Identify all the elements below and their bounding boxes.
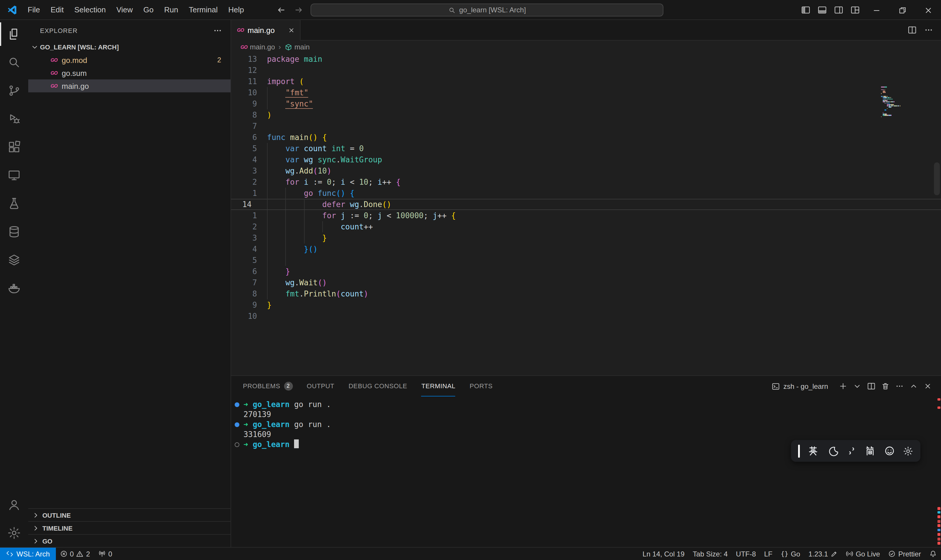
split-editor-button[interactable] (864, 380, 878, 393)
ime-punctuation-toggle[interactable] (846, 445, 857, 457)
activity-accounts[interactable] (0, 491, 28, 519)
ime-emoji[interactable] (884, 445, 895, 457)
panel-tab-output[interactable]: OUTPUT (307, 376, 334, 397)
activity-remote-explorer[interactable] (0, 161, 28, 189)
menu-run[interactable]: Run (159, 0, 183, 20)
activity-database[interactable] (0, 218, 28, 246)
panel-tab-terminal[interactable]: TERMINAL (421, 376, 455, 397)
layout-right-button[interactable] (830, 0, 847, 20)
command-center[interactable]: go_learn [WSL: Arch] (311, 3, 663, 17)
file-go.sum[interactable]: GOgo.sum (28, 66, 231, 79)
section-outline[interactable]: OUTLINE (28, 508, 231, 521)
tab-close-icon[interactable] (288, 26, 295, 34)
layout-left-button[interactable] (798, 0, 814, 20)
ellipsis-button[interactable] (921, 22, 936, 38)
menu-help[interactable]: Help (223, 0, 249, 20)
terminal-content[interactable]: ➜ go_learn go run .270139➜ go_learn go r… (231, 397, 941, 547)
section-go[interactable]: GO (28, 534, 231, 547)
code-line[interactable]: 8) (231, 109, 941, 121)
explorer-more-actions-icon[interactable] (213, 26, 222, 35)
layout-grid-button[interactable] (847, 0, 863, 20)
explorer-section-header[interactable]: GO_LEARN [WSL: ARCH] (28, 41, 231, 54)
menu-terminal[interactable]: Terminal (183, 0, 223, 20)
code-line[interactable]: 1 go func() { (231, 188, 941, 199)
nav-forward-button[interactable] (294, 5, 303, 15)
minimap[interactable] (881, 86, 933, 119)
activity-settings[interactable] (0, 519, 28, 547)
panel-tab-debug-console[interactable]: DEBUG CONSOLE (349, 376, 407, 397)
activity-docker[interactable] (0, 274, 28, 302)
ime-night-mode[interactable] (827, 445, 838, 457)
panel-tab-problems[interactable]: PROBLEMS2 (243, 376, 292, 397)
close-window-button[interactable] (915, 0, 941, 20)
status-ports-forwarded[interactable]: 0 (94, 548, 116, 560)
activity-testing[interactable] (0, 189, 28, 218)
menu-selection[interactable]: Selection (69, 0, 111, 20)
code-line[interactable]: 9} (231, 299, 941, 311)
minimize-button[interactable] (863, 0, 889, 20)
tab-main-go[interactable]: GO main.go (231, 20, 301, 41)
restore-button[interactable] (889, 0, 915, 20)
breadcrumb-symbol[interactable]: main (284, 43, 310, 51)
ellipsis-button[interactable] (893, 380, 906, 393)
code-line[interactable]: 6 } (231, 266, 941, 277)
code-line[interactable]: 1 for j := 0; j < 100000; j++ { (231, 210, 941, 221)
code-line[interactable]: 2 for i := 0; i < 10; i++ { (231, 177, 941, 188)
breadcrumb-file[interactable]: GO main.go (241, 43, 275, 51)
status-cursor-position[interactable]: Ln 14, Col 19 (638, 548, 689, 560)
activity-run-and-debug[interactable] (0, 105, 28, 133)
activity-extensions[interactable] (0, 133, 28, 161)
code-line[interactable]: 11import ( (231, 76, 941, 87)
layout-panel-button[interactable] (814, 0, 830, 20)
code-line[interactable]: 10 "fmt" (231, 87, 941, 98)
activity-search[interactable] (0, 48, 28, 77)
code-line[interactable]: 8 fmt.Println(count) (231, 288, 941, 299)
code-line[interactable]: 14 defer wg.Done() (231, 199, 941, 210)
split-editor-button[interactable] (904, 22, 920, 38)
nav-back-button[interactable] (277, 5, 286, 15)
code-line[interactable]: 10 (231, 311, 941, 322)
activity-explorer[interactable] (0, 20, 28, 48)
status-tab-size[interactable]: Tab Size: 4 (689, 548, 732, 560)
code-line[interactable]: 9 "sync" (231, 98, 941, 109)
editor-scrollbar[interactable] (934, 162, 940, 195)
code-line[interactable]: 4 var wg sync.WaitGroup (231, 154, 941, 165)
status-notifications[interactable] (925, 548, 941, 560)
code-line[interactable]: 4 }() (231, 243, 941, 255)
file-main.go[interactable]: GOmain.go (28, 79, 231, 92)
code-line[interactable]: 6func main() { (231, 132, 941, 143)
activity-layers[interactable] (0, 246, 28, 274)
trash-button[interactable] (879, 380, 892, 393)
status-encoding[interactable]: UTF-8 (732, 548, 760, 560)
plus-button[interactable] (836, 380, 849, 393)
code-line[interactable]: 3 wg.Add(10) (231, 165, 941, 177)
ime-settings[interactable] (903, 446, 913, 456)
status-eol[interactable]: LF (760, 548, 776, 560)
status-go-live[interactable]: Go Live (842, 548, 884, 560)
code-editor[interactable]: 13package main1211import (10 "fmt"9 "syn… (231, 54, 941, 375)
ime-toolbar[interactable] (791, 440, 920, 462)
code-line[interactable]: 13package main (231, 54, 941, 65)
panel-tab-ports[interactable]: PORTS (470, 376, 492, 397)
chev-up-button[interactable] (907, 380, 920, 393)
status-language-mode[interactable]: {}Go (776, 548, 804, 560)
code-line[interactable]: 7 wg.Wait() (231, 277, 941, 288)
code-line[interactable]: 5 var count int = 0 (231, 143, 941, 154)
status-remote-indicator[interactable]: WSL: Arch (0, 548, 55, 560)
ime-text-cursor[interactable] (798, 445, 800, 457)
menu-file[interactable]: File (22, 0, 45, 20)
menu-go[interactable]: Go (138, 0, 159, 20)
code-line[interactable]: 2 count++ (231, 221, 941, 232)
close-button[interactable] (921, 380, 934, 393)
section-timeline[interactable]: TIMELINE (28, 521, 231, 534)
menu-edit[interactable]: Edit (45, 0, 69, 20)
chev-down-button[interactable] (850, 380, 863, 393)
ime-simplified-chinese[interactable] (865, 445, 876, 457)
code-line[interactable]: 5 (231, 255, 941, 266)
status-go-version[interactable]: 1.23.1 (804, 548, 842, 560)
code-line[interactable]: 7 (231, 121, 941, 132)
status-prettier[interactable]: Prettier (884, 548, 925, 560)
file-go.mod[interactable]: GOgo.mod2 (28, 54, 231, 66)
ime-english-toggle[interactable] (808, 445, 819, 457)
terminal-instance-label[interactable]: zsh - go_learn (772, 382, 828, 390)
